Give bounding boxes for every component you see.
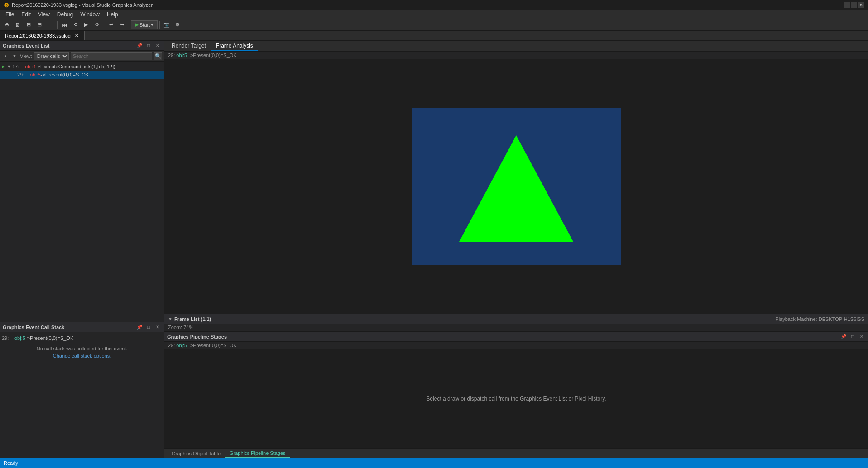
toolbar-btn-7[interactable]: ⟲: [70, 20, 80, 29]
gecs-content: 29: obj:5 ->Present(0,0)=S_OK No call st…: [0, 332, 164, 458]
gps-float-button[interactable]: □: [849, 333, 856, 340]
event-obj-29: obj:5: [30, 72, 41, 77]
toolbar-btn-2[interactable]: 🖹: [13, 20, 23, 29]
toolbar-btn-4[interactable]: ⊟: [34, 20, 44, 29]
gecs-pin-button[interactable]: 📌: [136, 324, 143, 331]
toolbar-btn-9[interactable]: ⟳: [92, 20, 102, 29]
app-icon: ⊗: [4, 1, 9, 9]
menu-bar: File Edit View Debug Window Help: [0, 10, 868, 19]
gel-pin-button[interactable]: 📌: [136, 42, 143, 49]
menu-file[interactable]: File: [2, 10, 18, 19]
frame-list-label: Frame List (1/1): [174, 316, 211, 322]
start-label: Start: [139, 22, 150, 28]
gps-content: Select a draw or dispatch call from the …: [164, 349, 868, 448]
gecs-current-event: 29: obj:5 ->Present(0,0)=S_OK: [2, 334, 162, 342]
title-bar-title: Report20160220-1933.vsglog - Visual Stud…: [12, 2, 153, 8]
gel-close-button[interactable]: ✕: [154, 42, 161, 49]
toolbar-btn-5[interactable]: ≡: [45, 20, 55, 29]
gecs-event-text: ->Present(0,0)=S_OK: [25, 335, 73, 341]
toolbar: ⊕ 🖹 ⊞ ⊟ ≡ ⏮ ⟲ ▶ ⟳ ↩ ↪ ▶ Start ▾ 📷 ⚙: [0, 19, 868, 31]
menu-window[interactable]: Window: [77, 10, 103, 19]
gel-view-label: View:: [20, 53, 32, 59]
gel-title: Graphics Event List: [3, 43, 134, 48]
expand-icon[interactable]: ▼: [6, 63, 12, 70]
change-callstack-link[interactable]: Change call stack options.: [2, 353, 162, 358]
gel-content: ▶ ▼ 17: obj:4 ->ExecuteCommandLists(1,[o…: [0, 62, 164, 322]
toolbar-sep-3: [129, 21, 129, 29]
gecs-close-button[interactable]: ✕: [154, 324, 161, 331]
render-target-view: [164, 59, 868, 314]
render-canvas: [412, 108, 621, 265]
toolbar-btn-8[interactable]: ▶: [81, 20, 91, 29]
status-text: Ready: [4, 460, 18, 466]
search-icon-button[interactable]: 🔍: [154, 52, 162, 60]
minimize-button[interactable]: ─: [844, 2, 850, 8]
toolbar-btn-capture[interactable]: 📷: [162, 20, 172, 29]
no-expand: [11, 72, 17, 78]
gps-panel: Graphics Pipeline Stages 📌 □ ✕ 29: obj:5…: [164, 331, 868, 458]
gps-header: Graphics Pipeline Stages 📌 □ ✕: [164, 332, 868, 342]
title-bar-controls: ─ □ ✕: [844, 2, 864, 8]
gel-event-row-17[interactable]: ▶ ▼ 17: obj:4 ->ExecuteCommandLists(1,[o…: [0, 62, 164, 71]
gecs-event-obj: obj:5: [14, 335, 25, 341]
bottom-tab-gps[interactable]: Graphics Pipeline Stages: [225, 449, 290, 458]
toolbar-btn-redo[interactable]: ↪: [117, 20, 127, 29]
tab-bar: Report20160220-1933.vsglog ✕: [0, 31, 868, 41]
gel-nav-down[interactable]: ▼: [11, 53, 18, 60]
toolbar-sep-4: [159, 21, 160, 29]
menu-debug[interactable]: Debug: [53, 10, 77, 19]
event-path-text: ->Present(0,0)=S_OK: [188, 53, 236, 58]
main-tab[interactable]: Report20160220-1933.vsglog ✕: [0, 31, 85, 40]
tab-render-target[interactable]: Render Target: [167, 42, 211, 51]
zoom-info: Zoom: 74%: [164, 324, 868, 331]
toolbar-btn-1[interactable]: ⊕: [2, 20, 12, 29]
gecs-event-num: 29:: [2, 335, 14, 341]
gel-event-row-29[interactable]: 29: obj:5 ->Present(0,0)=S_OK: [0, 71, 164, 79]
event-path-num: 29:: [168, 53, 175, 58]
frame-list-arrow[interactable]: ▼: [168, 316, 173, 321]
tab-frame-analysis[interactable]: Frame Analysis: [211, 42, 258, 51]
maximize-button[interactable]: □: [851, 2, 857, 8]
tab-label: Report20160220-1933.vsglog: [5, 33, 71, 38]
start-dropdown-icon: ▾: [151, 22, 153, 28]
gps-title: Graphics Pipeline Stages: [167, 334, 838, 339]
gps-close-button[interactable]: ✕: [858, 333, 865, 340]
close-button[interactable]: ✕: [858, 2, 864, 8]
playback-machine: Playback Machine: DESKTOP-H1S6ISS: [775, 316, 864, 322]
gecs-title: Graphics Event Call Stack: [3, 325, 134, 330]
bottom-tab-got[interactable]: Graphics Object Table: [167, 450, 225, 457]
gel-header: Graphics Event List 📌 □ ✕: [0, 41, 164, 51]
gel-nav-up[interactable]: ▲: [2, 53, 9, 60]
start-button[interactable]: ▶ Start ▾: [131, 20, 158, 29]
gps-event-path: 29: obj:5 ->Present(0,0)=S_OK: [164, 342, 868, 349]
gel-panel: Graphics Event List 📌 □ ✕ ▲ ▼ View: Draw…: [0, 41, 164, 322]
tab-close-icon[interactable]: ✕: [73, 33, 80, 39]
search-input[interactable]: [71, 52, 152, 60]
triangle-svg: [412, 108, 621, 265]
toolbar-btn-undo[interactable]: ↩: [106, 20, 116, 29]
gps-event-obj: obj:5: [176, 343, 187, 348]
event-num-29: 29:: [17, 72, 30, 77]
frame-list-bar: ▼ Frame List (1/1) Playback Machine: DES…: [164, 314, 868, 324]
bottom-tab-bar: Graphics Object Table Graphics Pipeline …: [164, 448, 868, 458]
toolbar-btn-6[interactable]: ⏮: [59, 20, 69, 29]
menu-edit[interactable]: Edit: [18, 10, 34, 19]
gecs-header: Graphics Event Call Stack 📌 □ ✕: [0, 322, 164, 332]
gps-pin-button[interactable]: 📌: [840, 333, 847, 340]
menu-view[interactable]: View: [34, 10, 53, 19]
toolbar-sep-1: [57, 21, 58, 29]
play-icon: ▶: [2, 64, 5, 69]
gel-view-select[interactable]: Draw calls All: [34, 52, 69, 60]
toolbar-btn-3[interactable]: ⊞: [24, 20, 34, 29]
gel-float-button[interactable]: □: [145, 42, 152, 49]
gps-event-num: 29:: [168, 343, 175, 348]
event-path: 29: obj:5 ->Present(0,0)=S_OK: [164, 52, 868, 59]
left-panel: Graphics Event List 📌 □ ✕ ▲ ▼ View: Draw…: [0, 41, 164, 458]
menu-help[interactable]: Help: [103, 10, 122, 19]
toolbar-btn-extra[interactable]: ⚙: [173, 20, 182, 29]
event-obj-17: obj:4: [25, 64, 36, 69]
gecs-float-button[interactable]: □: [145, 324, 152, 331]
gel-toolbar: ▲ ▼ View: Draw calls All 🔍: [0, 51, 164, 62]
event-num-17: 17:: [12, 64, 25, 69]
status-bar: Ready: [0, 458, 868, 468]
